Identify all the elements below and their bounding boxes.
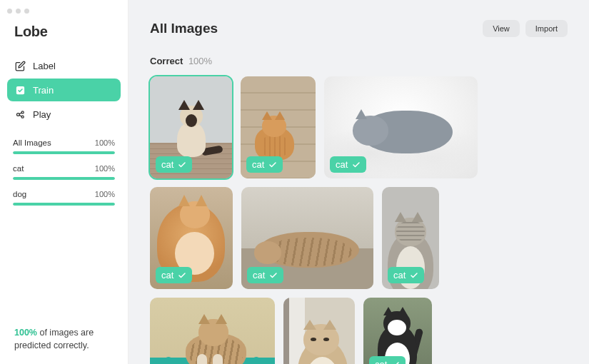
page-title: All Images <box>150 21 218 36</box>
badge-label: cat <box>375 359 387 364</box>
primary-nav: Label Train Play <box>0 54 128 126</box>
subheader-percent: 100% <box>188 56 212 66</box>
label-percent: 100% <box>95 138 115 147</box>
traffic-light-zoom[interactable] <box>24 9 29 14</box>
prediction-badge: cat <box>156 156 192 173</box>
progress-bar <box>13 151 115 154</box>
image-card[interactable]: cat <box>324 76 478 178</box>
image-card[interactable]: cat <box>150 187 233 289</box>
check-icon <box>178 161 186 169</box>
badge-label: cat <box>336 159 348 170</box>
view-button[interactable]: View <box>483 20 520 37</box>
check-icon <box>269 271 278 280</box>
image-card[interactable]: cat <box>363 298 432 364</box>
prediction-badge: cat <box>369 356 406 364</box>
status-text: 100% of images are predicted correctly. <box>0 326 128 353</box>
check-square-icon <box>14 84 26 96</box>
nav-item-label[interactable]: Label <box>7 54 121 77</box>
check-icon <box>391 360 400 365</box>
header-actions: View Import <box>483 20 568 37</box>
nav-item-play[interactable]: Play <box>7 103 121 126</box>
traffic-light-close[interactable] <box>7 9 12 14</box>
svg-line-5 <box>19 115 21 116</box>
nav-item-train[interactable]: Train <box>7 79 121 101</box>
edit-icon <box>14 60 26 71</box>
subheader-label: Correct <box>150 56 183 66</box>
check-icon <box>352 161 361 169</box>
label-name: All Images <box>13 138 51 147</box>
check-icon <box>268 161 277 169</box>
image-card[interactable]: cat <box>150 76 232 178</box>
prediction-badge: cat <box>388 267 424 283</box>
status-percent: 100% <box>14 328 37 338</box>
label-row-dog[interactable]: dog 100% <box>13 190 115 206</box>
subheader: Correct 100% <box>150 56 568 66</box>
traffic-light-minimize[interactable] <box>16 9 21 14</box>
play-icon <box>14 108 26 120</box>
svg-point-1 <box>16 113 19 116</box>
label-row-all[interactable]: All Images 100% <box>13 138 115 154</box>
label-name: dog <box>13 190 26 198</box>
progress-bar <box>13 177 115 180</box>
nav-item-train-text: Train <box>33 85 54 96</box>
nav-item-play-text: Play <box>33 109 51 120</box>
check-icon <box>410 271 418 280</box>
main-content: All Images View Import Correct 100% cat <box>129 0 589 364</box>
image-card[interactable]: cat <box>382 187 439 289</box>
sidebar: Lobe Label Train Play <box>0 0 129 364</box>
image-card[interactable]: cat <box>150 298 275 364</box>
image-card[interactable]: cat <box>283 298 355 364</box>
badge-label: cat <box>161 159 173 170</box>
prediction-badge: cat <box>330 156 366 173</box>
badge-label: cat <box>161 270 173 280</box>
badge-label: cat <box>393 270 406 280</box>
brand-title: Lobe <box>0 21 128 54</box>
label-row-cat[interactable]: cat 100% <box>13 164 115 180</box>
svg-line-4 <box>19 113 21 114</box>
prediction-badge: cat <box>246 156 283 173</box>
label-percent: 100% <box>95 190 115 198</box>
prediction-badge: cat <box>247 267 283 283</box>
label-name: cat <box>13 164 24 173</box>
content-header: All Images View Import <box>150 20 568 37</box>
badge-label: cat <box>252 159 264 170</box>
check-icon <box>178 271 186 280</box>
image-grid: cat cat cat <box>150 76 568 364</box>
prediction-badge: cat <box>156 267 192 283</box>
labels-list: All Images 100% cat 100% dog 100% <box>0 126 128 206</box>
import-button[interactable]: Import <box>525 20 568 37</box>
badge-label: cat <box>253 270 265 280</box>
nav-item-label-text: Label <box>33 61 56 71</box>
window-controls <box>0 6 128 21</box>
image-card[interactable]: cat <box>241 187 373 289</box>
label-percent: 100% <box>95 164 115 173</box>
image-card[interactable]: cat <box>241 76 316 178</box>
